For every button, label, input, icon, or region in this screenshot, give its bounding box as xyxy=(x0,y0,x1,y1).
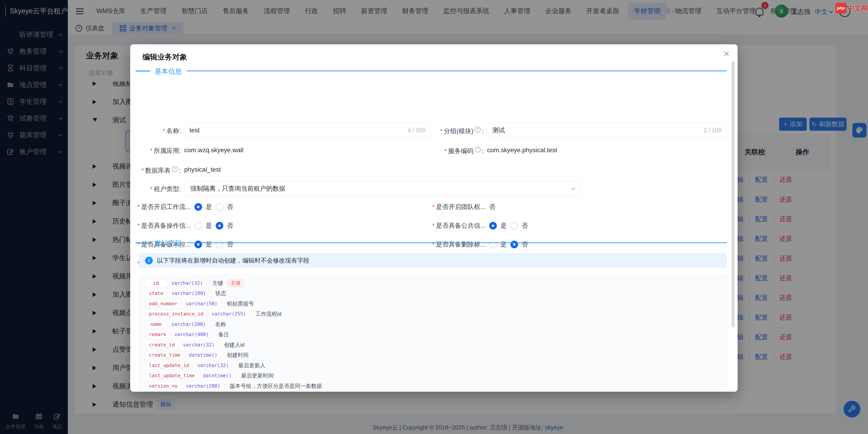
group-input[interactable]: 测试2 / 100 xyxy=(487,123,727,138)
radio-row: *是否开启工作流...是否*是否开启团队权...否 xyxy=(130,203,738,212)
info-icon: i xyxy=(145,257,153,264)
site-watermark: php 中文网 xyxy=(835,3,868,13)
php-logo-icon: php xyxy=(835,3,846,13)
default-fields-panel: idvarchar(32)主键主键statevarchar(100)状态odd_… xyxy=(139,274,728,392)
field-description: 版本号组，方便区分是否是同一条数据 xyxy=(230,382,322,390)
service-code-label: *服务编码?: xyxy=(444,147,484,155)
radio-unselected[interactable] xyxy=(216,203,223,211)
field-description: 主键 xyxy=(212,280,223,287)
app-value: com.wzq.skyeye.wall xyxy=(184,147,243,154)
app-label: *所属应用: xyxy=(150,147,181,155)
application-window: Skyeye云平台租户 WMS仓库生产管理智慧门店售后服务流程管理行政招聘薪资管… xyxy=(0,0,868,434)
field-description: 最后更新人 xyxy=(238,362,266,369)
edit-business-object-dialog: 编辑业务对象 × 基本信息 *名称: test4 / 200 *分组(模块)?:… xyxy=(130,44,738,392)
tenant-type-label: *租户类型: xyxy=(150,185,181,193)
tenant-type-select[interactable]: 强制隔离，只查询当前租户的数据 xyxy=(184,181,581,196)
field-description: 名称 xyxy=(215,321,226,328)
dialog-title: 编辑业务对象 xyxy=(143,52,187,62)
field-description: 创建时间 xyxy=(227,351,249,359)
field-name-chip: last_update_id xyxy=(145,361,193,370)
field-type: varchar(32) xyxy=(197,363,229,368)
field-type: varchar(32) xyxy=(171,281,203,286)
field-description: 状态 xyxy=(215,290,226,297)
default-field-row: create_idvarchar(32)创建人id xyxy=(145,340,245,350)
field-type: datetime() xyxy=(203,373,231,378)
field-name-chip: name xyxy=(145,320,167,328)
default-field-row: odd_numbervarchar(50)初始票据号 xyxy=(145,298,254,309)
field-description: 最后更新时间 xyxy=(241,372,274,379)
chevron-down-icon xyxy=(571,186,576,190)
field-type: varchar(50) xyxy=(186,301,217,307)
help-icon[interactable]: ? xyxy=(475,127,480,133)
radio-field: *是否具备操作信...是否 xyxy=(137,222,233,230)
radio-selected[interactable] xyxy=(194,203,202,211)
field-name-chip: process_instance_id xyxy=(145,310,207,318)
primary-key-badge: 主键 xyxy=(228,279,243,287)
radio-unselected[interactable] xyxy=(194,222,202,230)
field-type: datetime() xyxy=(189,352,217,358)
radio-static-value: 否 xyxy=(489,203,495,211)
field-type: varchar(400) xyxy=(175,332,209,337)
alert-text: 以下字段将在新增时自动创建，编辑时不会修改现有字段 xyxy=(157,257,309,265)
default-field-row: create_timedatetime()创建时间 xyxy=(145,350,249,360)
service-code-value: com.skyeye.physical.test xyxy=(487,147,557,154)
help-icon[interactable]: ? xyxy=(475,147,480,152)
default-field-row: namevarchar(200)名称 xyxy=(145,319,226,329)
field-name-chip: remark xyxy=(145,330,170,339)
radio-selected[interactable] xyxy=(489,222,497,230)
radio-field: *是否开启团队权...否 xyxy=(432,203,495,211)
section-defaults: 默认字段 xyxy=(130,239,738,247)
db-table-value: physical_test xyxy=(184,166,221,173)
radio-selected[interactable] xyxy=(216,222,223,230)
radio-field: *是否具备公共信...是否 xyxy=(432,222,528,230)
field-name-chip: create_time xyxy=(145,351,184,359)
char-counter: 4 / 200 xyxy=(407,127,426,134)
dialog-scrollbar[interactable] xyxy=(732,61,735,327)
field-type: varchar(200) xyxy=(186,383,220,389)
field-description: 初始票据号 xyxy=(227,300,254,307)
name-input[interactable]: test4 / 200 xyxy=(184,123,431,138)
radio-row: *是否具备操作信...是否*是否具备公共信...是否 xyxy=(130,222,738,231)
field-description: 备注 xyxy=(218,331,229,338)
field-type: varchar(100) xyxy=(172,291,206,296)
field-type: varchar(32) xyxy=(183,342,215,348)
db-table-label: *数据库表?: xyxy=(142,166,181,175)
info-alert: i 以下字段将在新增时自动创建，编辑时不会修改现有字段 xyxy=(139,253,727,268)
field-type: varchar(255) xyxy=(212,311,246,317)
help-icon[interactable]: ? xyxy=(172,166,178,172)
field-name-chip: state xyxy=(145,289,167,297)
default-field-row: process_instance_idvarchar(255)工作流程id xyxy=(145,309,281,319)
field-name-chip: id xyxy=(145,279,167,287)
field-description: 创建人id xyxy=(224,341,245,348)
field-name-chip: odd_number xyxy=(145,300,181,308)
default-field-row: last_update_timedatetime()最后更新时间 xyxy=(145,371,274,381)
field-type: varchar(200) xyxy=(171,322,206,327)
field-name-chip: create_id xyxy=(145,341,179,349)
default-field-row: remarkvarchar(400)备注 xyxy=(145,329,229,340)
close-icon[interactable]: × xyxy=(723,49,730,59)
section-basic: 基本信息 xyxy=(130,67,738,75)
default-field-row: version_novarchar(200)版本号组，方便区分是否是同一条数据 xyxy=(145,381,322,391)
default-field-row: last_update_idvarchar(32)最后更新人 xyxy=(145,360,266,371)
default-field-row: idvarchar(32)主键主键 xyxy=(145,278,243,288)
char-counter: 2 / 100 xyxy=(704,127,721,134)
radio-field: *是否开启工作流...是否 xyxy=(137,203,233,211)
default-field-row: statevarchar(100)状态 xyxy=(145,288,226,298)
radio-unselected[interactable] xyxy=(510,222,518,230)
field-description: 工作流程id xyxy=(255,310,281,318)
field-name-chip: last_update_time xyxy=(145,372,198,380)
group-label: *分组(模块)?: xyxy=(440,127,484,136)
field-name-chip: version_no xyxy=(145,382,181,390)
name-label: *名称: xyxy=(163,127,181,135)
